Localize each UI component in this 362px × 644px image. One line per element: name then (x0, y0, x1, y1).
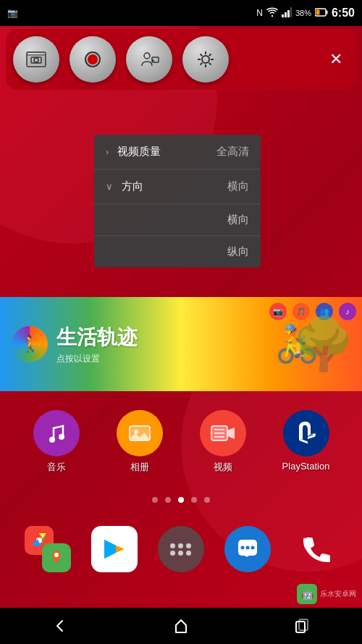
phone-icon (291, 526, 337, 572)
svg-rect-3 (290, 7, 292, 17)
camera-button[interactable] (126, 36, 172, 83)
portrait-label: 纵向 (227, 245, 249, 259)
svg-point-16 (49, 437, 55, 443)
app-playstation[interactable]: PlayStation (274, 410, 339, 474)
dock-phone[interactable] (291, 526, 337, 572)
svg-rect-1 (285, 12, 287, 17)
music-label: 音乐 (47, 461, 66, 474)
home-button[interactable] (163, 611, 199, 640)
status-bar-left: 📷 (7, 8, 18, 18)
recorder-toolbar: ✕ (6, 29, 356, 90)
svg-rect-6 (316, 9, 319, 14)
battery-icon (315, 8, 328, 19)
app-video[interactable]: 视频 (190, 410, 256, 474)
page-dot-2[interactable] (165, 497, 171, 503)
landscape-label: 横向 (227, 213, 249, 227)
life-banner-right: 🚴 🌳 (232, 297, 362, 391)
back-button[interactable] (42, 611, 78, 640)
play-store-icon (91, 526, 138, 572)
portrait-sub-item[interactable]: 纵向 (94, 236, 261, 267)
dock (0, 519, 362, 580)
launcher-icon (158, 526, 204, 572)
background: Google (0, 26, 362, 644)
recorder-settings-button[interactable] (182, 36, 229, 83)
svg-point-13 (144, 53, 150, 59)
hangouts-icon (224, 526, 271, 572)
photos-icon (117, 410, 163, 456)
quality-label: 视频质量 (117, 145, 161, 159)
video-icon (200, 410, 246, 456)
playstation-label: PlayStation (282, 461, 330, 472)
life-banner[interactable]: 📷 🎵 👥 ♪ 🚶 生活轨迹 点按以设置 🚴 🌳 (0, 297, 362, 391)
signal-icon (282, 7, 292, 20)
svg-rect-8 (28, 55, 45, 65)
orientation-arrow-icon: ∨ (106, 181, 113, 192)
dock-hangouts[interactable] (224, 526, 271, 572)
svg-rect-2 (287, 10, 290, 17)
app-photos[interactable]: 相册 (107, 410, 172, 474)
svg-point-30 (251, 546, 255, 550)
svg-point-12 (88, 54, 98, 64)
status-bar: 📷 N 38% 6: (0, 0, 362, 26)
battery-percent: 38% (295, 9, 311, 17)
recorder-buttons (13, 36, 229, 83)
quality-arrow-icon: › (106, 146, 109, 157)
svg-point-17 (59, 434, 64, 440)
music-icon (33, 410, 80, 456)
photos-label: 相册 (130, 461, 149, 474)
page-dot-3[interactable] (178, 497, 184, 503)
nfc-icon: N (256, 8, 263, 18)
page-dots (0, 497, 362, 503)
svg-point-19 (134, 430, 138, 434)
page-dot-5[interactable] (204, 497, 210, 503)
orientation-value: 横向 (227, 180, 249, 193)
status-bar-right: N 38% 6:50 (256, 7, 355, 20)
status-time: 6:50 (332, 7, 355, 20)
record-button[interactable] (70, 36, 116, 83)
notification-icon: 📷 (7, 8, 18, 18)
watermark-text: 乐水安卓网 (320, 589, 356, 599)
app-music[interactable]: 音乐 (24, 410, 89, 474)
svg-rect-0 (282, 14, 284, 17)
svg-point-28 (241, 546, 245, 550)
watermark: 🤖 乐水安卓网 (297, 584, 356, 604)
dock-launcher[interactable] (158, 526, 204, 572)
recorder-close-button[interactable]: ✕ (323, 46, 349, 72)
dock-chrome-maps[interactable] (25, 526, 71, 572)
maps-icon (42, 543, 71, 572)
playstation-icon (283, 410, 329, 456)
orientation-label: 方向 (122, 180, 143, 193)
quality-value: 全高清 (216, 145, 249, 159)
wifi-icon (266, 7, 278, 20)
svg-point-26 (54, 553, 59, 557)
orientation-menu-item[interactable]: ∨ 方向 横向 (94, 170, 261, 204)
landscape-sub-item[interactable]: 横向 (94, 204, 261, 235)
app-grid: 音乐 相册 (0, 403, 362, 481)
watermark-icon: 🤖 (297, 584, 317, 604)
nav-bar (0, 608, 362, 644)
svg-point-15 (202, 56, 209, 63)
tree-icon: 🌳 (292, 314, 355, 374)
screenshot-button[interactable] (13, 36, 59, 83)
close-icon: ✕ (329, 50, 342, 69)
recents-button[interactable] (284, 611, 320, 640)
stacked-icons (25, 526, 71, 572)
page-dot-4[interactable] (191, 497, 197, 503)
svg-rect-5 (326, 10, 327, 14)
dock-play-store[interactable] (91, 526, 138, 572)
life-banner-circle-icon: 🚶 (12, 326, 48, 362)
quality-menu-item[interactable]: › 视频质量 全高清 (94, 135, 261, 169)
dropdown-menu: › 视频质量 全高清 ∨ 方向 横向 横向 纵向 (94, 135, 261, 267)
video-label: 视频 (214, 461, 232, 474)
svg-point-29 (246, 546, 250, 550)
page-dot-1[interactable] (152, 497, 158, 503)
